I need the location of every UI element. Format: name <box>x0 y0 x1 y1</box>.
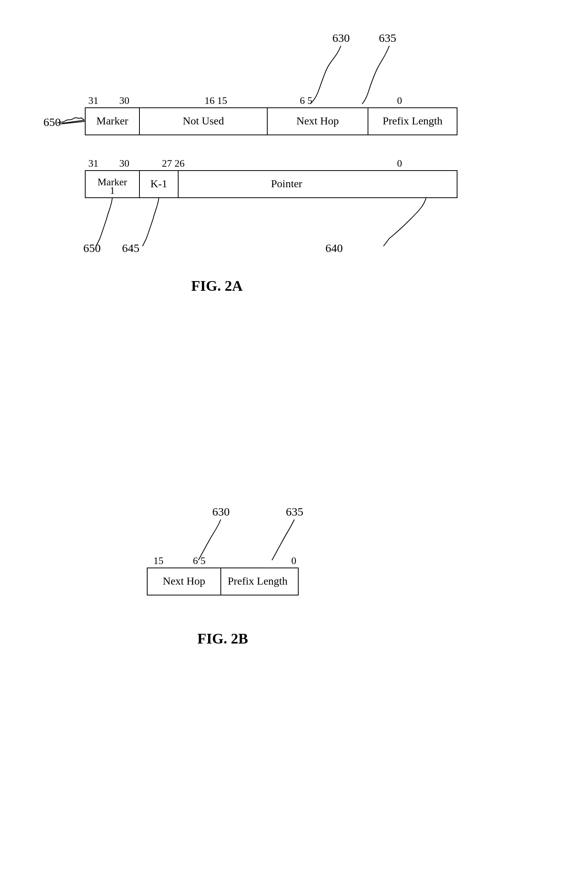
svg-text:0: 0 <box>397 158 402 169</box>
cell-prefix-length-2b: Prefix Length <box>221 568 298 595</box>
svg-text:31: 31 <box>88 158 98 169</box>
svg-text:6 5: 6 5 <box>193 555 206 566</box>
svg-text:635: 635 <box>379 31 396 44</box>
svg-text:645: 645 <box>122 242 139 254</box>
cell-prefix-length-top: Prefix Length <box>368 108 457 135</box>
cell-pointer: Pointer <box>178 171 457 198</box>
svg-text:FIG. 2B: FIG. 2B <box>198 630 248 647</box>
cell-next-hop-top: Next Hop <box>267 108 368 135</box>
svg-text:6 5: 6 5 <box>300 95 313 106</box>
svg-text:31: 31 <box>88 95 98 106</box>
cell-k1: K-1 <box>139 171 178 198</box>
svg-text:16 15: 16 15 <box>205 95 227 106</box>
svg-text:0: 0 <box>291 555 296 566</box>
svg-text:30: 30 <box>119 95 129 106</box>
svg-line-32 <box>143 238 146 246</box>
svg-text:640: 640 <box>325 242 343 254</box>
svg-text:30: 30 <box>119 158 129 169</box>
svg-text:630: 630 <box>332 31 350 44</box>
svg-text:650: 650 <box>43 116 61 128</box>
svg-text:650: 650 <box>83 242 101 254</box>
svg-text:FIG. 2A: FIG. 2A <box>191 278 243 294</box>
cell-marker-2: Marker 1 <box>85 171 139 198</box>
svg-line-33 <box>383 238 389 246</box>
svg-text:27 26: 27 26 <box>162 158 185 169</box>
cell-not-used: Not Used <box>139 108 267 135</box>
svg-text:0: 0 <box>397 95 402 106</box>
svg-text:15: 15 <box>153 555 163 566</box>
cell-marker-top: Marker <box>85 108 139 135</box>
cell-next-hop-2b: Next Hop <box>147 568 221 595</box>
svg-text:630: 630 <box>212 505 230 518</box>
svg-text:635: 635 <box>286 505 303 518</box>
